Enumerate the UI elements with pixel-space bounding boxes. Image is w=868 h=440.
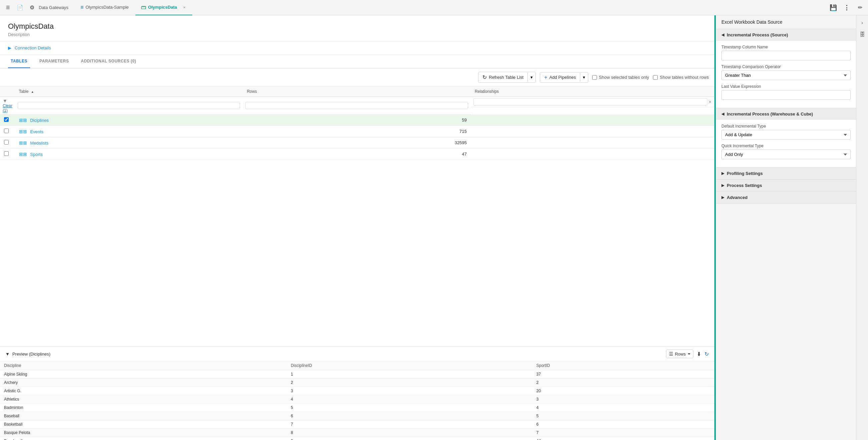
row-name[interactable]: Events [30,129,43,134]
timestamp-op-select[interactable]: Greater Than Greater Than or Equal Less … [721,70,850,80]
tab-parameters[interactable]: PARAMETERS [37,55,71,68]
refresh-dropdown-icon: ▾ [530,75,533,80]
connection-details-label[interactable]: Connection Details [15,45,51,51]
incremental-wh-section: ◀ Incremental Process (Warehouse & Cube)… [716,108,856,167]
topbar: ☰ 📄 ⚙ Data Gateways ≡ OlympicsData-Sampl… [0,0,868,15]
tables-area: ↻ Refresh Table List ▾ + Add Pipelines ▾ [0,68,714,440]
tab-olympics-sample[interactable]: ≡ OlympicsData-Sample [75,0,134,15]
edit-icon: ✏ [858,4,862,11]
process-settings-header[interactable]: ▶ Process Settings [716,180,856,191]
incremental-source-section: ◀ Incremental Process (Source) Timestamp… [716,29,856,108]
preview-toggle-icon[interactable]: ▼ [5,351,10,356]
rail-expand-button[interactable]: › [858,18,867,27]
table-row: ⊞⊞ Medalists 32595 [0,137,714,149]
row-checkbox-cell [0,149,15,160]
show-selected-only-checkbox[interactable] [592,75,597,80]
preview-cell: 7 [532,429,714,437]
preview-header: ▼ Preview (Diciplines) ☰ Rows ⬇ ↻ [0,347,714,361]
tab-olympics-data[interactable]: 🗃 OlympicsData × [135,0,193,15]
row-rows-value: 47 [462,152,467,157]
right-side: Excel Workbook Data Source ◀ Incremental… [714,15,868,440]
preview-cell: 6 [287,412,532,420]
incremental-wh-header[interactable]: ◀ Incremental Process (Warehouse & Cube) [716,108,856,120]
row-checkbox[interactable] [4,117,9,122]
filter-rows-cell [243,97,471,115]
row-checkbox[interactable] [4,128,9,133]
row-rows-cell: 59 [243,115,471,126]
filter-table-input[interactable] [18,102,240,109]
page-title: OlympicsData [8,22,706,31]
preview-row: Alpine Skiing137 [0,370,714,379]
rail-database-button[interactable]: 🗄 [858,30,867,39]
table-type-icon: ⊞⊞ [19,129,27,134]
preview-refresh-button[interactable]: ↻ [705,351,709,357]
row-rows-value: 715 [459,129,467,134]
row-name-cell: ⊞⊞ Events [15,126,243,137]
row-name[interactable]: Diciplines [30,118,49,123]
tab-additional-sources[interactable]: ADDITIONAL SOURCES (0) [78,55,138,68]
quick-inc-select[interactable]: Add Only Add & Update Full Replace [721,150,850,159]
preview-cell: Baseball [0,412,287,420]
profiling-settings-header[interactable]: ▶ Profiling Settings [716,167,856,179]
preview-cell: 6 [532,420,714,429]
clear-filter-button[interactable]: Clear (1) [3,103,12,113]
filter-rows-input[interactable] [245,102,468,109]
rows-button[interactable]: ☰ Rows [666,349,693,358]
tab-tables[interactable]: TABLES [8,55,30,68]
incremental-source-header[interactable]: ◀ Incremental Process (Source) [716,29,856,41]
preview-cell: 5 [532,412,714,420]
incremental-wh-label: Incremental Process (Warehouse & Cube) [727,112,813,117]
table-type-icon: ⊞⊞ [19,152,27,157]
refresh-table-list-button[interactable]: ↻ Refresh Table List [478,72,527,83]
show-without-rows-checkbox[interactable] [653,75,658,80]
preview-row: Athletics43 [0,395,714,404]
excel-icon: 🗃 [141,4,146,10]
refresh-dropdown-button[interactable]: ▾ [527,73,535,82]
advanced-header[interactable]: ▶ Advanced [716,192,856,203]
preview-cell: Athletics [0,395,287,404]
th-relationships: Relationships [471,87,714,97]
last-value-input[interactable] [721,90,850,100]
description-label: Description [8,32,706,37]
row-rows-cell: 47 [243,149,471,160]
refresh-icon: ↻ [483,74,487,81]
save-button[interactable]: 💾 [828,2,839,13]
timestamp-col-input[interactable] [721,51,850,60]
table-row: ⊞⊞ Sports 47 [0,149,714,160]
row-rows-value: 59 [462,118,467,123]
th-table[interactable]: Table ▲ [15,87,243,97]
row-name[interactable]: Medalists [30,140,49,146]
row-rel-cell [471,126,714,137]
row-checkbox[interactable] [4,140,9,145]
expand-process-icon: ▶ [721,183,724,188]
th-rows[interactable]: Rows [243,87,471,97]
menu-button[interactable]: ☰ [3,2,13,13]
row-name[interactable]: Sports [30,152,43,157]
add-pipelines-dropdown-button[interactable]: ▾ [580,73,588,82]
preview-cell: 3 [532,395,714,404]
preview-cell: Archery [0,379,287,387]
right-panel-title-text: Excel Workbook Data Source [721,19,782,25]
edit-button[interactable]: ✏ [855,2,865,13]
default-inc-select[interactable]: Add & Update Add Only Update Only Full R… [721,130,850,139]
process-settings-section: ▶ Process Settings [716,180,856,192]
quick-inc-label: Quick Incremental Type [721,144,850,148]
hamburger-icon: ☰ [6,5,10,10]
settings-button[interactable]: ⚙ [27,2,37,13]
incremental-wh-body: Default Incremental Type Add & Update Ad… [716,120,856,167]
connection-details[interactable]: ▶ Connection Details [0,41,714,55]
more-options-button[interactable]: ⋮ [841,2,852,13]
filter-clear-x[interactable]: × [709,99,711,104]
show-without-rows-label[interactable]: Show tables without rows [653,75,709,80]
tab-close-button[interactable]: × [182,5,187,10]
preview-th: SportID [532,361,714,370]
filter-rel-input[interactable] [473,98,707,105]
show-selected-only-label[interactable]: Show selected tables only [592,75,649,80]
new-file-button[interactable]: 📄 [15,2,25,13]
profiling-settings-section: ▶ Profiling Settings [716,167,856,180]
row-checkbox[interactable] [4,151,9,156]
download-button[interactable]: ⬇ [697,351,701,357]
add-pipelines-button[interactable]: + Add Pipelines [540,72,580,83]
preview-actions: ☰ Rows ⬇ ↻ [666,349,709,358]
right-panel: Excel Workbook Data Source ◀ Incremental… [716,15,856,440]
